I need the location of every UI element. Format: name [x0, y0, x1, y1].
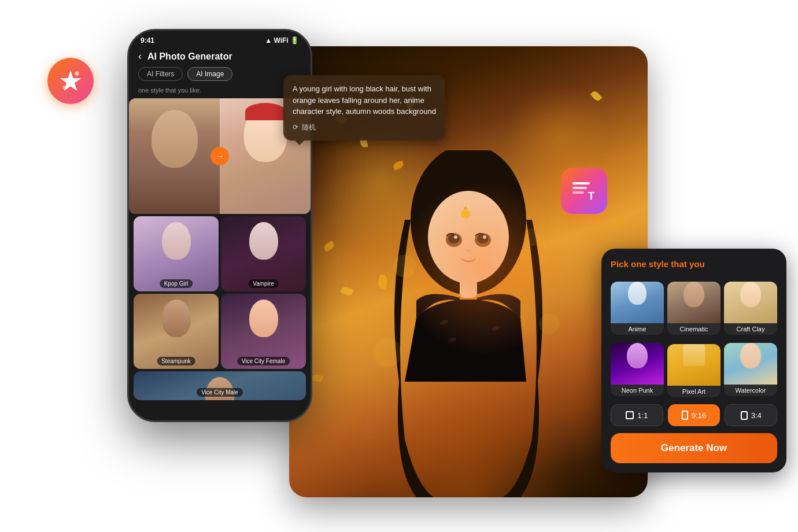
svg-point-4: [461, 209, 470, 219]
svg-point-15: [539, 313, 560, 334]
style-vampire-label: Vampire: [248, 279, 279, 288]
style-vicefemale-label: Vice City Female: [237, 357, 290, 365]
style-option-anime[interactable]: Anime: [611, 277, 664, 335]
svg-text:T: T: [588, 190, 594, 202]
text-tool-icon: T: [570, 176, 598, 205]
svg-point-10: [483, 235, 486, 239]
ratio-1-1-button[interactable]: 1:1: [611, 404, 663, 426]
prompt-tooltip: A young girl with long black hair, bust …: [283, 75, 445, 141]
svg-rect-16: [572, 182, 590, 184]
phone-screen-title: AI Photo Generator: [147, 51, 232, 62]
prompt-text: A young girl with long black hair, bust …: [293, 84, 436, 116]
style-thumb-cinematic: [667, 282, 721, 323]
style-options-grid: Anime Cinematic Craft Clay Neon Punk: [611, 277, 777, 397]
phone-header: ‹ AI Photo Generator: [129, 47, 311, 67]
svg-point-0: [75, 72, 79, 76]
style-label-anime: Anime: [611, 323, 664, 335]
tab-ai-filters[interactable]: AI Filters: [138, 67, 183, 81]
star-sparkle-icon: [58, 68, 83, 94]
style-picker-panel: Pick one style that you Anime Cinematic …: [601, 249, 786, 472]
ratio-portrait-icon: [682, 411, 688, 420]
svg-point-13: [523, 228, 541, 246]
status-icons: ▲ WiFi 🔋: [265, 36, 299, 45]
phone-style-grid: Kpop Girl Vampire Steampunk Vice City Fe…: [129, 216, 311, 400]
transform-arrow: →: [210, 147, 229, 165]
svg-point-12: [393, 254, 416, 278]
style-option-neonpunk[interactable]: Neon Punk: [611, 338, 664, 397]
style-option-cinematic[interactable]: Cinematic: [667, 277, 721, 335]
original-photo: [129, 98, 220, 214]
svg-point-3: [428, 191, 509, 283]
style-thumb-pixelart: [667, 344, 721, 386]
style-thumb-neonpunk: [611, 343, 664, 385]
svg-point-8: [477, 234, 489, 243]
style-vicemale-label: Vice City Male: [197, 388, 243, 397]
back-icon[interactable]: ‹: [138, 50, 142, 62]
style-option-pixelart[interactable]: Pixel Art: [667, 338, 721, 397]
style-steampunk-cell[interactable]: Steampunk: [134, 294, 219, 369]
shuffle-icon: ⟳: [293, 122, 298, 132]
star-icon-badge: [47, 58, 94, 104]
style-label-pixelart: Pixel Art: [667, 386, 721, 397]
style-vicemale-cell[interactable]: Vice City Male: [134, 371, 306, 400]
style-option-craftclay[interactable]: Craft Clay: [724, 277, 777, 335]
svg-point-7: [448, 234, 460, 243]
ratio-selector: 1:1 9:16 3:4: [611, 404, 777, 426]
style-kpop-cell[interactable]: Kpop Girl: [134, 216, 219, 291]
svg-point-9: [454, 235, 457, 239]
style-label-watercolor: Watercolor: [724, 385, 777, 396]
ratio-3-4-icon: [741, 411, 748, 420]
style-thumb-anime: [611, 282, 664, 323]
style-panel-title: Pick one style that you: [611, 259, 777, 269]
tab-ai-image[interactable]: AI Image: [187, 67, 232, 81]
prompt-random-row: ⟳ 随机: [293, 122, 436, 132]
style-label-craftclay: Craft Clay: [724, 323, 777, 335]
ratio-3-4-button[interactable]: 3:4: [725, 404, 777, 426]
generate-now-button[interactable]: Generate Now: [611, 433, 777, 463]
style-vampire-cell[interactable]: Vampire: [221, 216, 306, 291]
svg-rect-11: [460, 278, 477, 298]
style-kpop-label: Kpop Girl: [160, 279, 193, 288]
style-thumb-watercolor: [724, 343, 777, 385]
text-tool-app-icon: T: [561, 168, 607, 214]
svg-rect-18: [572, 191, 584, 194]
anime-girl-figure: [359, 150, 578, 497]
style-label-neonpunk: Neon Punk: [611, 385, 664, 396]
style-steampunk-label: Steampunk: [157, 357, 195, 365]
ratio-square-icon: [626, 411, 634, 419]
style-vicefemale-cell[interactable]: Vice City Female: [221, 294, 306, 369]
style-option-watercolor[interactable]: Watercolor: [724, 338, 777, 397]
status-time: 9:41: [141, 36, 154, 45]
svg-point-1: [62, 86, 66, 89]
style-thumb-craftclay: [724, 282, 777, 323]
style-label-cinematic: Cinematic: [667, 323, 721, 335]
prompt-random-label: 随机: [302, 122, 316, 132]
svg-point-14: [373, 338, 402, 367]
svg-rect-17: [572, 187, 587, 189]
ratio-9-16-button[interactable]: 9:16: [668, 404, 721, 426]
phone-notch: [185, 31, 254, 47]
